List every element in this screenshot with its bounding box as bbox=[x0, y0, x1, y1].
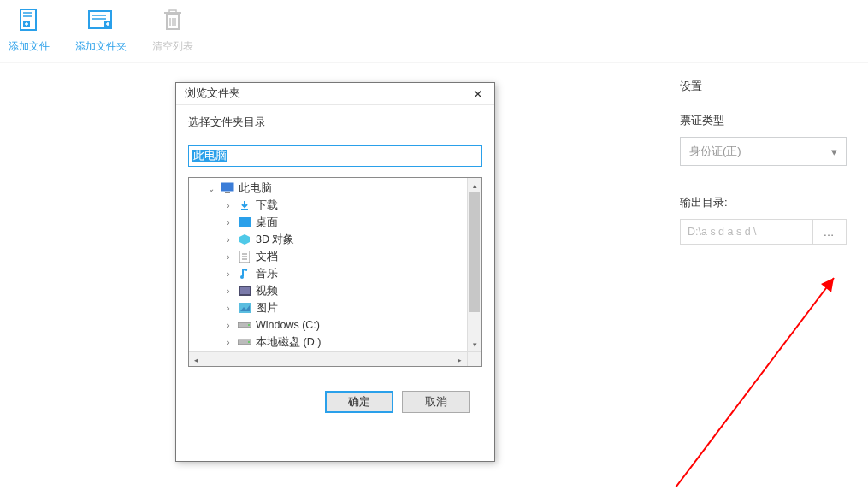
browse-folder-dialog: 浏览文件夹 ✕ 选择文件夹目录 此电脑 此电脑下载桌面3D 对象文档音乐视频图片… bbox=[175, 82, 495, 462]
add-file-label: 添加文件 bbox=[9, 39, 50, 54]
expand-arrow-icon[interactable] bbox=[223, 201, 233, 210]
svg-marker-24 bbox=[239, 234, 250, 245]
expand-arrow-icon[interactable] bbox=[223, 321, 233, 330]
tree-item[interactable]: Windows (C:) bbox=[192, 316, 467, 334]
doc-type-value: 身份证(正) bbox=[689, 144, 741, 159]
scroll-up-icon[interactable]: ▴ bbox=[468, 178, 482, 192]
tree-item-label: 本地磁盘 (D:) bbox=[256, 335, 321, 350]
expand-arrow-icon[interactable] bbox=[223, 269, 233, 279]
dialog-titlebar: 浏览文件夹 ✕ bbox=[176, 83, 494, 105]
folder-path-input[interactable]: 此电脑 bbox=[188, 145, 482, 167]
doc-icon bbox=[237, 251, 252, 263]
expand-arrow-icon[interactable] bbox=[223, 218, 233, 227]
tree-item-label: 此电脑 bbox=[239, 181, 272, 196]
svg-point-37 bbox=[248, 341, 250, 343]
top-toolbar: 添加文件 添加文件夹 清空列表 bbox=[0, 0, 868, 63]
settings-panel: 设置 票证类型 身份证(正) ▾ 输出目录: D:\a s d a s d \ … bbox=[658, 63, 868, 496]
dialog-title: 浏览文件夹 bbox=[185, 86, 240, 101]
3d-icon bbox=[237, 233, 252, 245]
add-folder-label: 添加文件夹 bbox=[75, 39, 127, 54]
expand-arrow-icon[interactable] bbox=[223, 304, 233, 313]
output-browse-button[interactable]: … bbox=[812, 219, 847, 245]
desktop-icon bbox=[237, 217, 252, 227]
tree-item-label: 3D 对象 bbox=[256, 233, 294, 247]
tree-item-label: 桌面 bbox=[256, 216, 278, 230]
scroll-right-icon[interactable]: ▸ bbox=[452, 352, 467, 367]
expand-arrow-icon[interactable] bbox=[223, 252, 233, 262]
tree-item-label: 文档 bbox=[256, 250, 278, 264]
tree-item[interactable]: 下载 bbox=[192, 197, 467, 214]
tree-item[interactable]: 图片 bbox=[192, 299, 467, 316]
horizontal-scrollbar[interactable]: ◂ ▸ bbox=[189, 351, 467, 366]
cancel-button[interactable]: 取消 bbox=[402, 391, 470, 413]
tree-item-label: 图片 bbox=[256, 301, 278, 316]
tree-item[interactable]: 本地磁盘 (D:) bbox=[192, 334, 467, 351]
svg-rect-20 bbox=[221, 183, 233, 191]
music-icon bbox=[237, 268, 252, 280]
svg-rect-23 bbox=[239, 217, 251, 227]
add-folder-button[interactable]: 添加文件夹 bbox=[75, 5, 127, 54]
tree-item[interactable]: 3D 对象 bbox=[192, 231, 467, 248]
ok-button[interactable]: 确定 bbox=[325, 391, 393, 413]
tree-item[interactable]: 视频 bbox=[192, 282, 467, 299]
clear-list-label: 清空列表 bbox=[152, 39, 193, 54]
doc-type-label: 票证类型 bbox=[680, 113, 847, 128]
vertical-scrollbar[interactable]: ▴ ▾ bbox=[467, 178, 481, 351]
download-icon bbox=[237, 199, 252, 211]
folder-path-value: 此电脑 bbox=[192, 150, 227, 162]
add-folder-icon bbox=[84, 5, 118, 36]
doc-type-select[interactable]: 身份证(正) ▾ bbox=[680, 137, 847, 166]
folder-tree: 此电脑下载桌面3D 对象文档音乐视频图片Windows (C:)本地磁盘 (D:… bbox=[188, 177, 482, 367]
tree-item[interactable]: 文档 bbox=[192, 248, 467, 265]
drive-icon bbox=[237, 321, 252, 329]
scroll-thumb[interactable] bbox=[469, 192, 480, 312]
pic-icon bbox=[237, 303, 252, 313]
svg-point-35 bbox=[248, 324, 250, 326]
scroll-down-icon[interactable]: ▾ bbox=[468, 337, 482, 351]
pc-icon bbox=[220, 182, 235, 194]
drive-icon bbox=[237, 338, 252, 346]
clear-list-button[interactable]: 清空列表 bbox=[152, 5, 193, 54]
trash-icon bbox=[156, 5, 190, 36]
add-file-button[interactable]: 添加文件 bbox=[9, 5, 50, 54]
tree-item-label: 音乐 bbox=[256, 267, 278, 281]
tree-item[interactable]: 音乐 bbox=[192, 265, 467, 282]
expand-arrow-icon[interactable] bbox=[223, 235, 233, 245]
expand-arrow-icon[interactable] bbox=[223, 338, 233, 347]
expand-arrow-icon[interactable] bbox=[223, 286, 233, 296]
svg-rect-31 bbox=[240, 287, 250, 294]
chevron-down-icon: ▾ bbox=[831, 145, 837, 158]
tree-item-label: 下载 bbox=[256, 198, 278, 213]
video-icon bbox=[237, 286, 252, 296]
add-file-icon bbox=[12, 5, 46, 36]
svg-rect-21 bbox=[225, 192, 230, 193]
close-icon[interactable]: ✕ bbox=[465, 87, 491, 101]
expand-arrow-icon[interactable] bbox=[206, 184, 216, 193]
dialog-subtitle: 选择文件夹目录 bbox=[188, 115, 482, 130]
tree-item-label: 视频 bbox=[256, 284, 278, 298]
output-dir-input[interactable]: D:\a s d a s d \ bbox=[680, 219, 812, 245]
tree-item[interactable]: 桌面 bbox=[192, 214, 467, 231]
scroll-left-icon[interactable]: ◂ bbox=[189, 352, 204, 367]
svg-point-29 bbox=[240, 275, 244, 279]
tree-item-label: Windows (C:) bbox=[256, 319, 320, 331]
settings-title: 设置 bbox=[680, 79, 847, 94]
scrollbar-corner bbox=[467, 351, 481, 366]
output-dir-label: 输出目录: bbox=[680, 195, 847, 210]
tree-item[interactable]: 此电脑 bbox=[192, 180, 467, 197]
svg-rect-17 bbox=[169, 10, 176, 13]
